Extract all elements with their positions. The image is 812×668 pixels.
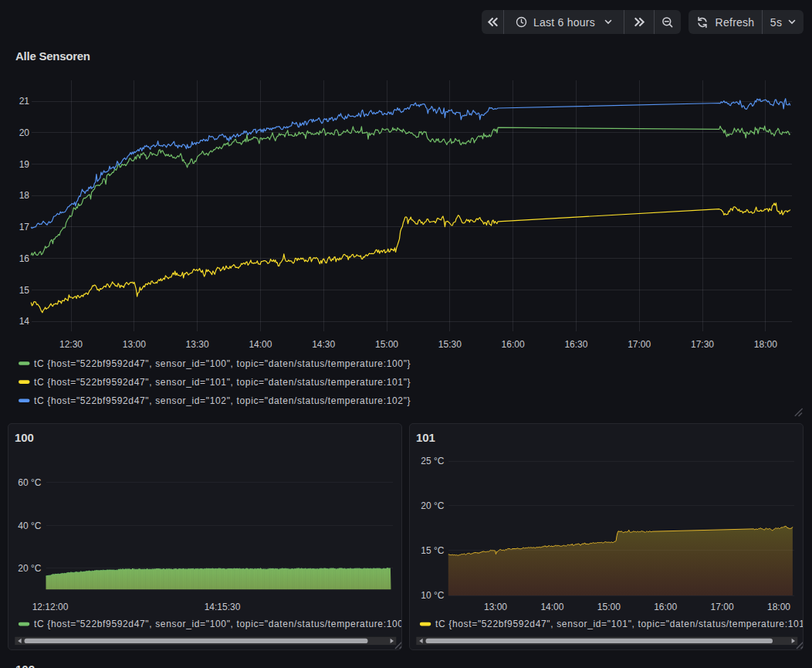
svg-text:21: 21	[19, 96, 30, 107]
svg-text:14:15:30: 14:15:30	[205, 602, 241, 612]
svg-text:20: 20	[19, 127, 30, 138]
svg-text:20 °C: 20 °C	[421, 500, 444, 511]
svg-text:16:30: 16:30	[564, 339, 587, 350]
svg-text:tC {host="522bf9592d47", senso: tC {host="522bf9592d47", sensor_id="101"…	[435, 619, 803, 629]
svg-text:60 °C: 60 °C	[18, 477, 41, 488]
svg-text:40 °C: 40 °C	[18, 520, 41, 531]
svg-text:16:00: 16:00	[654, 602, 677, 612]
svg-text:tC {host="522bf9592d47", senso: tC {host="522bf9592d47", sensor_id="100"…	[34, 619, 401, 629]
svg-text:16: 16	[19, 253, 30, 264]
svg-text:13:00: 13:00	[484, 602, 507, 612]
svg-text:16:00: 16:00	[502, 339, 525, 350]
svg-text:15:00: 15:00	[375, 339, 398, 350]
svg-text:14:30: 14:30	[312, 339, 335, 350]
svg-text:15 °C: 15 °C	[421, 545, 444, 556]
svg-text:13:00: 13:00	[123, 339, 146, 350]
svg-text:15:00: 15:00	[597, 602, 621, 612]
svg-text:12:30: 12:30	[59, 339, 83, 350]
svg-text:18:00: 18:00	[767, 602, 790, 612]
svg-text:18:00: 18:00	[754, 339, 777, 350]
svg-text:17: 17	[19, 222, 30, 232]
svg-text:20 °C: 20 °C	[18, 563, 41, 574]
svg-text:17:00: 17:00	[711, 602, 734, 612]
svg-text:tC {host="522bf9592d47", senso: tC {host="522bf9592d47", sensor_id="101"…	[34, 377, 411, 388]
svg-text:10 °C: 10 °C	[421, 590, 444, 601]
svg-text:14:00: 14:00	[249, 339, 272, 350]
svg-text:17:00: 17:00	[628, 339, 651, 350]
svg-text:25 °C: 25 °C	[421, 456, 444, 466]
svg-text:tC {host="522bf9592d47", senso: tC {host="522bf9592d47", sensor_id="102"…	[34, 395, 411, 406]
svg-text:12:12:00: 12:12:00	[32, 602, 69, 612]
svg-text:19: 19	[19, 159, 30, 170]
svg-text:13:30: 13:30	[186, 339, 209, 350]
svg-text:14:00: 14:00	[540, 602, 563, 612]
svg-text:17:30: 17:30	[691, 339, 714, 350]
svg-text:14: 14	[19, 316, 30, 327]
svg-text:tC {host="522bf9592d47", senso: tC {host="522bf9592d47", sensor_id="100"…	[34, 358, 411, 369]
svg-text:15: 15	[19, 285, 30, 296]
svg-text:18: 18	[19, 190, 30, 201]
svg-text:15:30: 15:30	[438, 339, 462, 350]
